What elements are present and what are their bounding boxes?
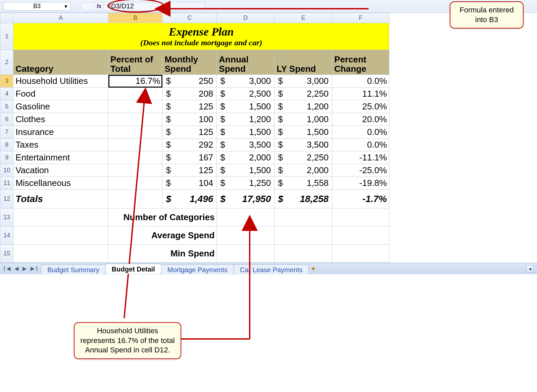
formula-input[interactable]: [104, 2, 204, 10]
row-header[interactable]: 12: [0, 190, 13, 208]
tab-next-icon[interactable]: ►: [21, 265, 28, 273]
cell[interactable]: $1,200: [217, 113, 275, 126]
cell[interactable]: [13, 245, 108, 263]
cell[interactable]: $100: [162, 113, 217, 126]
sheet-tab[interactable]: Budget Detail: [105, 264, 161, 274]
cell[interactable]: [275, 227, 332, 245]
cell[interactable]: Entertainment: [13, 151, 108, 164]
row-header[interactable]: 15: [0, 245, 13, 263]
cell[interactable]: [108, 151, 162, 164]
cell[interactable]: Household Utilities: [13, 75, 108, 88]
cell[interactable]: [108, 164, 162, 177]
cell[interactable]: [332, 227, 389, 245]
sheet-tab[interactable]: Car Lease Payments: [234, 264, 309, 275]
row-header[interactable]: 11: [0, 177, 13, 190]
cell[interactable]: [217, 245, 275, 263]
cell[interactable]: $2,000: [275, 164, 332, 177]
cell[interactable]: [13, 208, 108, 227]
col-header[interactable]: A: [13, 13, 108, 23]
cell[interactable]: $18,258: [275, 190, 332, 208]
cell[interactable]: Category: [13, 50, 108, 75]
cell[interactable]: $1,500: [217, 100, 275, 113]
cell[interactable]: [217, 208, 275, 227]
cell[interactable]: Percent of Total: [108, 50, 162, 75]
cell[interactable]: $1,200: [275, 100, 332, 113]
cell[interactable]: $2,250: [275, 151, 332, 164]
cell[interactable]: [108, 177, 162, 190]
cell[interactable]: Totals: [13, 190, 108, 208]
col-header[interactable]: F: [332, 13, 389, 23]
row-header[interactable]: 10: [0, 164, 13, 177]
row-header[interactable]: 8: [0, 139, 13, 151]
cell[interactable]: $1,250: [217, 177, 275, 190]
cell[interactable]: -19.8%: [332, 177, 389, 190]
cell[interactable]: [332, 245, 389, 263]
cell[interactable]: $1,496: [162, 190, 217, 208]
cell[interactable]: Expense Plan(Does not include mortgage a…: [13, 23, 389, 50]
cell[interactable]: -11.1%: [332, 151, 389, 164]
cell[interactable]: $2,250: [275, 88, 332, 100]
tab-prev-icon[interactable]: ◄: [13, 265, 20, 273]
cell[interactable]: Average Spend: [108, 227, 217, 245]
cell[interactable]: [108, 113, 162, 126]
cell[interactable]: $1,500: [275, 126, 332, 139]
row-header[interactable]: 9: [0, 151, 13, 164]
cell[interactable]: [108, 139, 162, 151]
cell[interactable]: $2,500: [217, 88, 275, 100]
cell[interactable]: $125: [162, 100, 217, 113]
cell[interactable]: $167: [162, 151, 217, 164]
cell[interactable]: Insurance: [13, 126, 108, 139]
tab-last-icon[interactable]: ►I: [29, 265, 38, 273]
cell[interactable]: $208: [162, 88, 217, 100]
cell[interactable]: [275, 208, 332, 227]
cell[interactable]: $1,558: [275, 177, 332, 190]
new-sheet-icon[interactable]: ✦: [308, 265, 318, 273]
cell[interactable]: 0.0%: [332, 126, 389, 139]
cell[interactable]: 0.0%: [332, 139, 389, 151]
row-header[interactable]: 1: [0, 23, 13, 50]
cell[interactable]: $1,000: [275, 113, 332, 126]
cell[interactable]: $292: [162, 139, 217, 151]
cell[interactable]: Miscellaneous: [13, 177, 108, 190]
cell[interactable]: -25.0%: [332, 164, 389, 177]
cell[interactable]: $125: [162, 126, 217, 139]
cell[interactable]: [13, 227, 108, 245]
cell[interactable]: $17,950: [217, 190, 275, 208]
cell[interactable]: [108, 190, 162, 208]
row-header[interactable]: 14: [0, 227, 13, 245]
cell[interactable]: [332, 208, 389, 227]
hscroll-left-icon[interactable]: ◄: [526, 265, 534, 273]
spreadsheet-grid[interactable]: ABCDEF1Expense Plan(Does not include mor…: [0, 13, 537, 263]
cell[interactable]: -1.7%: [332, 190, 389, 208]
name-box-dropdown-icon[interactable]: ▼: [63, 4, 68, 9]
cell[interactable]: 25.0%: [332, 100, 389, 113]
row-header[interactable]: 13: [0, 208, 13, 227]
cell[interactable]: Percent Change: [332, 50, 389, 75]
cell[interactable]: $3,500: [217, 139, 275, 151]
cell[interactable]: 20.0%: [332, 113, 389, 126]
cell[interactable]: 0.0%: [332, 75, 389, 88]
cell[interactable]: 16.7%: [108, 75, 162, 88]
name-box[interactable]: B3 ▼: [3, 2, 70, 11]
cell[interactable]: $3,000: [275, 75, 332, 88]
col-header[interactable]: B: [108, 13, 162, 23]
cell[interactable]: $1,500: [217, 126, 275, 139]
cell[interactable]: Monthly Spend: [162, 50, 217, 75]
cell[interactable]: Number of Categories: [108, 208, 217, 227]
cell[interactable]: [108, 126, 162, 139]
row-header[interactable]: 6: [0, 113, 13, 126]
row-header[interactable]: 5: [0, 100, 13, 113]
row-header[interactable]: 2: [0, 50, 13, 75]
cell[interactable]: [217, 227, 275, 245]
col-header[interactable]: E: [275, 13, 332, 23]
cell[interactable]: LY Spend: [275, 50, 332, 75]
sheet-tab[interactable]: Budget Summary: [41, 264, 106, 275]
sheet-tab[interactable]: Mortgage Payments: [161, 264, 234, 275]
cell[interactable]: Annual Spend: [217, 50, 275, 75]
cell[interactable]: $2,000: [217, 151, 275, 164]
cell[interactable]: [275, 245, 332, 263]
cell[interactable]: Min Spend: [108, 245, 217, 263]
cell[interactable]: $1,500: [217, 164, 275, 177]
cell[interactable]: Gasoline: [13, 100, 108, 113]
cell[interactable]: [108, 88, 162, 100]
